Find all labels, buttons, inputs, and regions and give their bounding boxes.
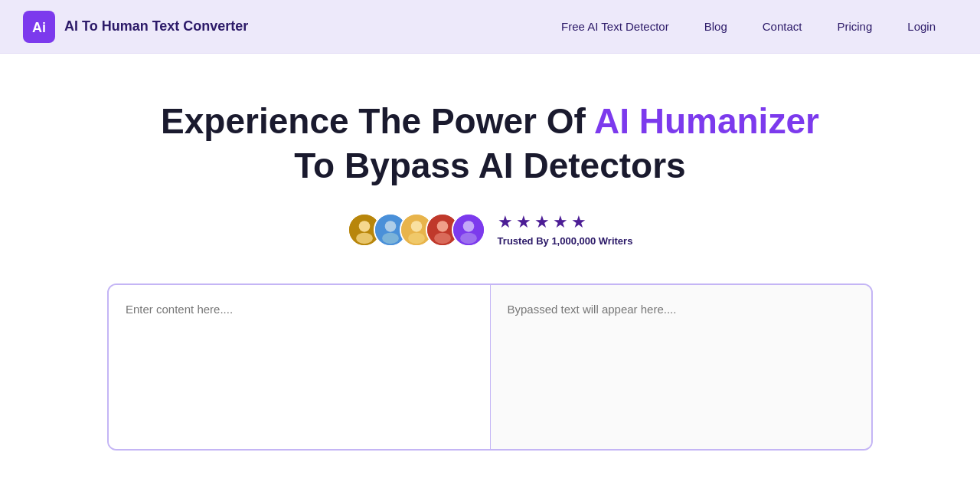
star-2: ★ (516, 212, 531, 232)
main-nav: Free AI Text Detector Blog Contact Prici… (547, 14, 949, 39)
rating-area: ★ ★ ★ ★ ★ Trusted By 1,000,000 Writers (498, 212, 633, 247)
avatar (452, 213, 485, 247)
svg-point-12 (436, 221, 448, 232)
star-rating: ★ ★ ★ ★ ★ (498, 212, 633, 232)
output-pane (491, 285, 872, 449)
svg-point-6 (384, 221, 396, 232)
star-4: ★ (553, 212, 568, 232)
main-content: Experience The Power Of AI Humanizer To … (0, 54, 980, 481)
hero-title-highlight: AI Humanizer (594, 101, 819, 141)
star-5: ★ (571, 212, 586, 232)
svg-point-9 (410, 221, 422, 232)
input-textarea[interactable] (109, 285, 490, 446)
site-header: Ai AI To Human Text Converter Free AI Te… (0, 0, 980, 54)
social-proof: ★ ★ ★ ★ ★ Trusted By 1,000,000 Writers (348, 212, 633, 247)
nav-blog[interactable]: Blog (691, 14, 741, 39)
svg-point-13 (434, 232, 451, 244)
editor-panel (107, 283, 873, 451)
hero-title-prefix: Experience The Power Of (161, 101, 594, 141)
svg-point-3 (358, 221, 370, 232)
svg-point-16 (460, 232, 477, 244)
nav-contact[interactable]: Contact (749, 14, 816, 39)
nav-free-detector[interactable]: Free AI Text Detector (547, 14, 683, 39)
svg-point-7 (382, 232, 399, 244)
svg-point-15 (462, 221, 474, 232)
hero-title-suffix: To Bypass AI Detectors (294, 146, 685, 185)
input-pane (109, 285, 491, 449)
avatar-group (348, 213, 485, 247)
star-3: ★ (534, 212, 550, 232)
logo-icon: Ai (23, 11, 55, 43)
output-textarea[interactable] (491, 285, 872, 446)
nav-login[interactable]: Login (893, 14, 949, 39)
svg-text:Ai: Ai (32, 20, 46, 35)
logo-text: AI To Human Text Converter (64, 18, 248, 34)
star-1: ★ (498, 212, 513, 232)
hero-title: Experience The Power Of AI Humanizer To … (145, 100, 835, 188)
svg-point-10 (408, 232, 425, 244)
rating-text: Trusted By 1,000,000 Writers (498, 235, 633, 247)
svg-point-4 (356, 232, 373, 244)
nav-pricing[interactable]: Pricing (823, 14, 886, 39)
logo-link[interactable]: Ai AI To Human Text Converter (23, 11, 248, 43)
